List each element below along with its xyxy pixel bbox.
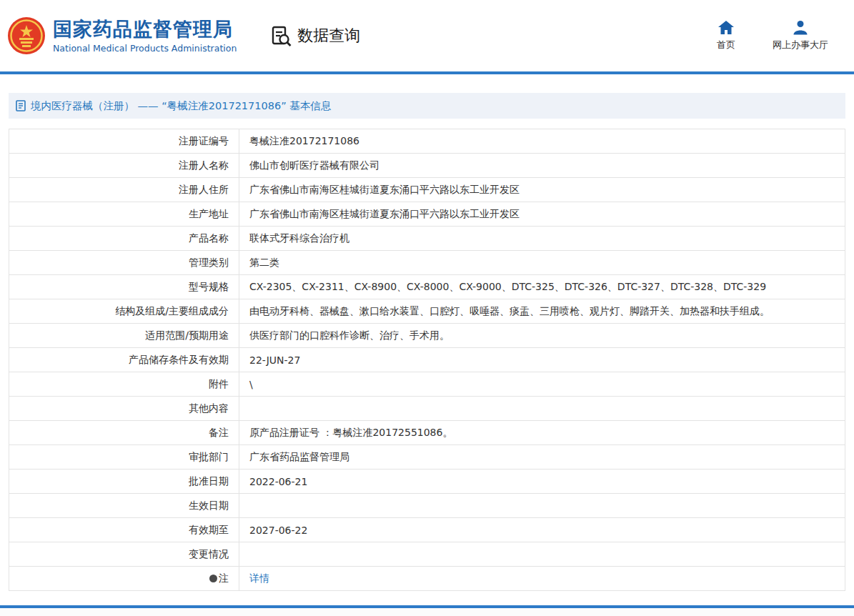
- row-value: 广东省药品监督管理局: [239, 445, 845, 470]
- table-row: 产品名称联体式牙科综合治疗机: [9, 227, 845, 251]
- top-nav: 首页 网上办事大厅: [717, 20, 828, 51]
- row-value: 广东省佛山市南海区桂城街道夏东涌口平六路以东工业开发区: [239, 178, 845, 202]
- table-row: 附件\: [9, 372, 845, 397]
- header-divider: [0, 71, 854, 74]
- table-row: 生效日期: [9, 494, 845, 518]
- row-value: 第二类: [239, 251, 845, 275]
- row-value: 详情: [239, 567, 845, 591]
- detail-link[interactable]: 详情: [249, 572, 269, 584]
- data-query-icon: [269, 24, 292, 47]
- person-icon: [792, 20, 809, 35]
- nav-service-hall-label: 网上办事大厅: [773, 39, 828, 51]
- row-value: [239, 397, 845, 421]
- row-value: \: [239, 372, 845, 397]
- row-label: 生产地址: [9, 202, 239, 227]
- row-value: 广东省佛山市南海区桂城街道夏东涌口平六路以东工业开发区: [239, 202, 845, 227]
- table-row: 其他内容: [9, 397, 845, 421]
- table-row: 注册人名称佛山市创昕医疗器械有限公司: [9, 154, 845, 178]
- row-value: 2022-06-21: [239, 470, 845, 494]
- org-name-cn: 国家药品监督管理局: [53, 18, 237, 40]
- table-row: 生产地址广东省佛山市南海区桂城街道夏东涌口平六路以东工业开发区: [9, 202, 845, 227]
- nmpa-emblem-logo: [7, 16, 46, 55]
- note-dot-icon: [209, 575, 217, 582]
- nav-service-hall[interactable]: 网上办事大厅: [773, 20, 828, 51]
- row-value: [239, 494, 845, 518]
- nav-home[interactable]: 首页: [717, 20, 735, 51]
- nav-home-label: 首页: [717, 39, 735, 51]
- row-label: 结构及组成/主要组成成分: [9, 299, 239, 324]
- row-value: 联体式牙科综合治疗机: [239, 227, 845, 251]
- row-label: 注: [9, 567, 239, 591]
- registration-info-table: 注册证编号粤械注准20172171086注册人名称佛山市创昕医疗器械有限公司注册…: [9, 129, 845, 591]
- table-row: 备注原产品注册证号 ：粤械注准20172551086。: [9, 421, 845, 445]
- row-label: 其他内容: [9, 397, 239, 421]
- org-name-en: National Medical Products Administration: [53, 43, 237, 54]
- row-value: 原产品注册证号 ：粤械注准20172551086。: [239, 421, 845, 445]
- row-label: 备注: [9, 421, 239, 445]
- row-value: CX-2305、CX-2311、CX-8900、CX-8000、CX-9000、…: [239, 275, 845, 299]
- row-label: 变更情况: [9, 542, 239, 567]
- row-value: 供医疗部门的口腔科作诊断、治疗、手术用。: [239, 324, 845, 348]
- row-label: 批准日期: [9, 470, 239, 494]
- table-row: 注详情: [9, 567, 845, 591]
- table-row: 结构及组成/主要组成成分由电动牙科椅、器械盘、漱口给水装置、口腔灯、吸唾器、痰盂…: [9, 299, 845, 324]
- table-row: 管理类别第二类: [9, 251, 845, 275]
- table-row: 产品储存条件及有效期22-JUN-27: [9, 348, 845, 372]
- row-label: 产品储存条件及有效期: [9, 348, 239, 372]
- header: 国家药品监督管理局 National Medical Products Admi…: [0, 0, 854, 71]
- table-row: 有效期至2027-06-22: [9, 518, 845, 542]
- document-icon: [16, 100, 26, 111]
- breadcrumb-text: 境内医疗器械（注册） —— “粤械注准20172171086” 基本信息: [31, 99, 331, 113]
- row-label: 注册人住所: [9, 178, 239, 202]
- row-label: 管理类别: [9, 251, 239, 275]
- row-label: 生效日期: [9, 494, 239, 518]
- breadcrumb: 境内医疗器械（注册） —— “粤械注准20172171086” 基本信息: [9, 93, 845, 119]
- home-icon: [718, 20, 735, 35]
- table-row: 变更情况: [9, 542, 845, 567]
- info-table-body: 注册证编号粤械注准20172171086注册人名称佛山市创昕医疗器械有限公司注册…: [9, 129, 845, 591]
- row-label: 附件: [9, 372, 239, 397]
- row-value: 2027-06-22: [239, 518, 845, 542]
- table-row: 审批部门广东省药品监督管理局: [9, 445, 845, 470]
- row-label: 适用范围/预期用途: [9, 324, 239, 348]
- row-label: 注册证编号: [9, 129, 239, 154]
- logo-block: 国家药品监督管理局 National Medical Products Admi…: [7, 16, 237, 55]
- row-label: 型号规格: [9, 275, 239, 299]
- row-value: 佛山市创昕医疗器械有限公司: [239, 154, 845, 178]
- data-query-title: 数据查询: [269, 24, 360, 47]
- row-value: 由电动牙科椅、器械盘、漱口给水装置、口腔灯、吸唾器、痰盂、三用喷枪、观片灯、脚踏…: [239, 299, 845, 324]
- table-row: 注册证编号粤械注准20172171086: [9, 129, 845, 154]
- data-query-label: 数据查询: [297, 25, 360, 46]
- row-label: 产品名称: [9, 227, 239, 251]
- org-names: 国家药品监督管理局 National Medical Products Admi…: [53, 18, 237, 53]
- table-row: 适用范围/预期用途供医疗部门的口腔科作诊断、治疗、手术用。: [9, 324, 845, 348]
- row-label: 审批部门: [9, 445, 239, 470]
- footer-area: [0, 608, 854, 616]
- table-row: 注册人住所广东省佛山市南海区桂城街道夏东涌口平六路以东工业开发区: [9, 178, 845, 202]
- table-row: 型号规格CX-2305、CX-2311、CX-8900、CX-8000、CX-9…: [9, 275, 845, 299]
- row-label: 注册人名称: [9, 154, 239, 178]
- row-value: 22-JUN-27: [239, 348, 845, 372]
- row-value: 粤械注准20172171086: [239, 129, 845, 154]
- table-row: 批准日期2022-06-21: [9, 470, 845, 494]
- row-value: [239, 542, 845, 567]
- row-label: 有效期至: [9, 518, 239, 542]
